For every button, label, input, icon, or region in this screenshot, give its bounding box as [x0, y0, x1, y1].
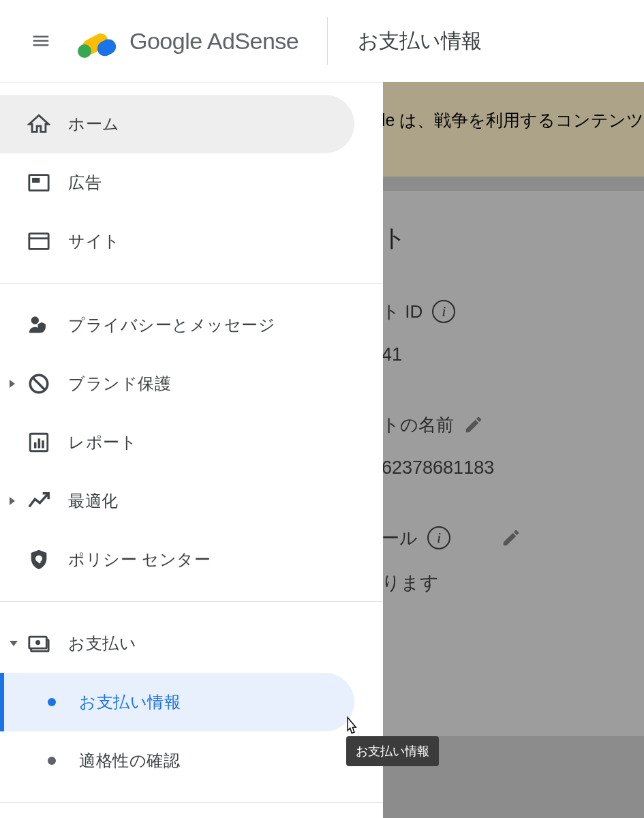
sidebar-item-sites[interactable]: サイト: [0, 212, 354, 271]
sidebar-sublabel: 適格性の確認: [79, 750, 180, 772]
brand-logo[interactable]: Google AdSense: [74, 24, 298, 58]
sidebar-item-reports[interactable]: レポート: [0, 413, 354, 472]
brand-text: Google AdSense: [129, 28, 298, 55]
reports-icon: [27, 431, 50, 454]
privacy-icon: [27, 314, 50, 337]
sidebar-item-payments[interactable]: お支払い: [0, 614, 354, 673]
id-label: ト ID: [382, 300, 423, 324]
sidebar-label: レポート: [68, 431, 137, 453]
adsense-logo-icon: [74, 24, 123, 58]
header-divider: [327, 17, 328, 65]
chevron-right-icon: [10, 380, 15, 388]
email-label: ール: [382, 526, 418, 550]
svg-point-2: [78, 44, 91, 58]
payments-icon: [27, 632, 50, 655]
sidebar-label: プライバシーとメッセージ: [68, 314, 275, 336]
svg-rect-12: [38, 438, 41, 448]
svg-rect-5: [29, 234, 48, 249]
sidebar-sublabel: お支払い情報: [79, 691, 181, 713]
sites-icon: [27, 230, 50, 253]
sidebar-item-brand-safety[interactable]: ブランド保護: [0, 354, 354, 413]
sidebar-item-privacy[interactable]: プライバシーとメッセージ: [0, 296, 354, 354]
menu-button[interactable]: [25, 25, 57, 57]
sidebar-item-ads[interactable]: 広告: [0, 153, 354, 212]
sidebar-item-optimization[interactable]: 最適化: [0, 472, 354, 530]
bullet-icon: [48, 698, 56, 706]
svg-rect-11: [34, 442, 37, 449]
info-icon[interactable]: i: [427, 526, 450, 549]
sidebar-item-policy-center[interactable]: ポリシー センター: [0, 530, 354, 589]
svg-point-7: [31, 316, 39, 324]
sidebar-label: ホーム: [68, 113, 120, 135]
sidebar-label: 広告: [68, 172, 102, 194]
svg-rect-13: [42, 440, 44, 448]
sidebar-label: サイト: [68, 230, 121, 252]
sidebar-label: 最適化: [68, 490, 119, 512]
shield-icon: [27, 548, 50, 571]
sidebar-item-home[interactable]: ホーム: [0, 95, 354, 153]
sidebar-subitem-payments-info[interactable]: お支払い情報: [0, 673, 354, 731]
bullet-icon: [48, 757, 56, 765]
chevron-right-icon: [10, 497, 15, 505]
navigation-sidebar: ホーム 広告 サイト プライバシーとメッセージ ブランド保護: [0, 82, 383, 818]
name-label: トの名前: [382, 413, 454, 437]
info-icon[interactable]: i: [432, 300, 455, 323]
sidebar-label: お支払い: [68, 633, 136, 654]
hover-tooltip: お支払い情報: [346, 736, 439, 766]
sidebar-label: ブランド保護: [68, 373, 171, 395]
nav-divider: [0, 802, 383, 803]
svg-rect-4: [32, 178, 40, 183]
edit-icon[interactable]: [501, 528, 521, 548]
edit-icon[interactable]: [463, 414, 484, 435]
svg-point-18: [35, 640, 40, 645]
chevron-down-icon: [10, 641, 18, 646]
sidebar-subitem-eligibility[interactable]: 適格性の確認: [0, 731, 354, 790]
sidebar-label: ポリシー センター: [68, 549, 211, 571]
block-icon: [27, 372, 50, 395]
svg-line-9: [33, 378, 45, 390]
app-header: Google AdSense お支払い情報: [0, 0, 644, 82]
menu-icon: [31, 31, 51, 51]
page-title: お支払い情報: [358, 27, 482, 55]
trend-icon: [27, 489, 50, 513]
ads-icon: [27, 171, 50, 194]
home-icon: [27, 112, 50, 136]
